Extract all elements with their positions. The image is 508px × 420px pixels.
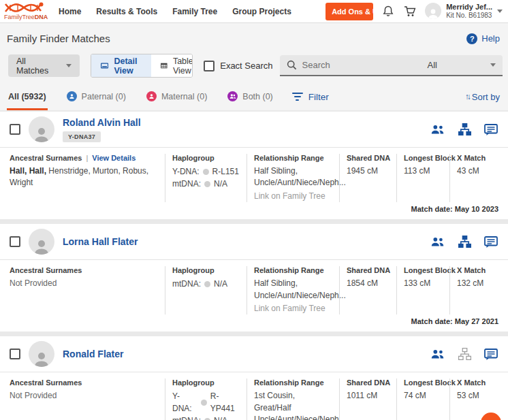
- help-question-icon: ?: [466, 33, 477, 44]
- match-filter-tabs: All (5932) Paternal (0) Maternal (0) Bot…: [0, 84, 508, 110]
- sort-arrows-icon: ↑↓: [465, 92, 469, 101]
- info-dot-icon[interactable]: [204, 281, 210, 287]
- relationship-value: Half Sibling,: [254, 278, 334, 289]
- detail-view-button[interactable]: Detail View: [91, 54, 151, 77]
- test-badge: Y-DNA37: [63, 131, 101, 142]
- match-checkbox[interactable]: [10, 124, 20, 135]
- detail-view-icon: [101, 61, 108, 70]
- user-name: Merridy Jef...: [446, 3, 492, 12]
- match-avatar: [29, 341, 54, 367]
- notes-icon[interactable]: [483, 347, 498, 361]
- family-tree-icon[interactable]: [457, 123, 472, 136]
- shared-dna-column: Shared DNA 1011 cM: [339, 378, 396, 420]
- search-input[interactable]: [302, 60, 422, 70]
- search-icon: [287, 60, 297, 70]
- link-on-family-tree[interactable]: Link on Family Tree: [254, 191, 326, 202]
- tab-paternal[interactable]: Paternal (0): [65, 86, 127, 110]
- longest-block-value: 74 cM: [404, 390, 444, 402]
- in-common-matches-icon[interactable]: [430, 235, 445, 248]
- longest-block-column: Longest Block 113 cM: [396, 154, 449, 202]
- match-name-link[interactable]: Roland Alvin Hall: [63, 117, 141, 128]
- match-action-icons: [430, 123, 498, 136]
- info-dot-icon[interactable]: [201, 400, 207, 406]
- sort-by-button[interactable]: ↑↓ Sort by: [465, 92, 500, 105]
- ancestral-surnames-column: Ancestral Surnames Not Provided: [10, 378, 165, 420]
- relationship-value: Uncle/Aunt/Niece/Neph...: [254, 414, 334, 420]
- info-dot-icon[interactable]: [204, 181, 210, 187]
- matches-toolbar: All Matches Detail View Table View Exact…: [0, 51, 508, 84]
- shared-dna-column: Shared DNA 1945 cM: [339, 154, 396, 202]
- nav-group-projects[interactable]: Group Projects: [232, 7, 291, 16]
- ancestral-surnames-column: Ancestral Surnames | View Details Hall, …: [10, 154, 165, 202]
- match-avatar: [29, 229, 54, 255]
- shared-dna-value: 1945 cM: [347, 165, 391, 177]
- main-nav: Home Results & Tools Family Tree Group P…: [59, 7, 291, 16]
- logo-wordmark: FamilyTreeDNA: [4, 14, 48, 20]
- match-name-link[interactable]: Ronald Flater: [63, 349, 123, 359]
- exact-search-checkbox[interactable]: [204, 61, 215, 71]
- ydna-value: R-L151: [212, 165, 239, 178]
- top-navigation-bar: FamilyTreeDNA Home Results & Tools Famil…: [0, 0, 508, 23]
- match-checkbox[interactable]: [10, 349, 20, 359]
- nav-results-tools[interactable]: Results & Tools: [96, 7, 157, 16]
- family-finder-matches-page: FamilyTreeDNA Home Results & Tools Famil…: [0, 0, 508, 420]
- match-identity: Roland Alvin Hall Y-DNA37: [63, 117, 141, 142]
- maternal-person-icon: [146, 91, 157, 101]
- family-tree-icon-unlinked[interactable]: [457, 347, 472, 361]
- chevron-down-icon[interactable]: [490, 63, 496, 67]
- add-ons-upgrades-button[interactable]: Add Ons & Up: [326, 3, 373, 20]
- familytreedna-logo[interactable]: FamilyTreeDNA: [4, 2, 46, 20]
- user-account-menu[interactable]: Merridy Jef... Kit No. B61983: [425, 3, 503, 19]
- search-bar: All: [280, 55, 503, 76]
- relationship-column: Relationship Range Half Sibling, Uncle/A…: [247, 154, 339, 202]
- match-card-details: Ancestral Surnames Not Provided Haplogro…: [0, 260, 508, 316]
- chevron-down-icon: [66, 64, 72, 67]
- match-identity: Lorna Hall Flater: [63, 236, 138, 247]
- help-label: Help: [481, 33, 500, 44]
- notes-icon[interactable]: [483, 123, 498, 136]
- longest-block-value: 133 cM: [404, 278, 444, 289]
- notes-icon[interactable]: [483, 235, 498, 248]
- page-header-band: Family Finder Matches ? Help All Matches…: [0, 23, 508, 110]
- family-tree-icon[interactable]: [457, 235, 472, 248]
- match-card: Roland Alvin Hall Y-DNA37 An: [0, 112, 508, 219]
- match-action-icons: [430, 235, 498, 248]
- mtdna-value: N/A: [214, 278, 227, 290]
- match-card-details: Ancestral Surnames Not Provided Haplogro…: [0, 372, 508, 420]
- in-common-matches-icon[interactable]: [430, 347, 445, 361]
- user-avatar: [425, 3, 441, 19]
- shared-dna-column: Shared DNA 1854 cM: [339, 266, 396, 314]
- relationship-column: Relationship Range Half Sibling, Uncle/A…: [247, 266, 339, 314]
- surnames-value: Not Provided: [10, 390, 159, 402]
- match-identity: Ronald Flater: [63, 349, 123, 359]
- exact-search-toggle[interactable]: Exact Search: [204, 61, 272, 71]
- view-details-link[interactable]: View Details: [92, 154, 136, 162]
- topbar-right: Add Ons & Up Merridy Jef... Kit No. B619…: [326, 3, 503, 20]
- all-matches-dropdown[interactable]: All Matches: [8, 54, 80, 77]
- info-dot-icon[interactable]: [203, 169, 209, 175]
- match-date: Match date: May 10 2023: [0, 204, 508, 219]
- link-on-family-tree[interactable]: Link on Family Tree: [254, 303, 326, 314]
- nav-family-tree[interactable]: Family Tree: [172, 7, 217, 16]
- longest-block-column: Longest Block 133 cM: [396, 266, 449, 314]
- match-avatar: [29, 116, 54, 142]
- notifications-bell-icon[interactable]: [381, 5, 395, 18]
- match-checkbox[interactable]: [10, 236, 20, 247]
- tab-maternal[interactable]: Maternal (0): [145, 86, 208, 110]
- surnames-value: Hall, Hall, Henstridge, Murton, Robus, W…: [10, 165, 159, 189]
- table-view-button[interactable]: Table View: [151, 54, 193, 77]
- nav-home[interactable]: Home: [59, 7, 81, 16]
- help-button[interactable]: ? Help: [466, 33, 500, 44]
- x-match-value: 43 cM: [457, 165, 493, 177]
- cart-icon[interactable]: [403, 5, 417, 18]
- in-common-matches-icon[interactable]: [430, 123, 445, 136]
- match-action-icons: [430, 347, 498, 361]
- filter-button[interactable]: Filter: [292, 92, 329, 105]
- tab-all[interactable]: All (5932): [7, 86, 48, 110]
- search-scope-value[interactable]: All: [428, 60, 437, 70]
- haplogroup-label: Haplogroup: [172, 266, 241, 274]
- match-name-link[interactable]: Lorna Hall Flater: [63, 236, 138, 247]
- tab-both[interactable]: Both (0): [226, 86, 274, 110]
- relationship-value: Half Sibling,: [254, 165, 334, 177]
- chevron-down-icon: [497, 10, 503, 13]
